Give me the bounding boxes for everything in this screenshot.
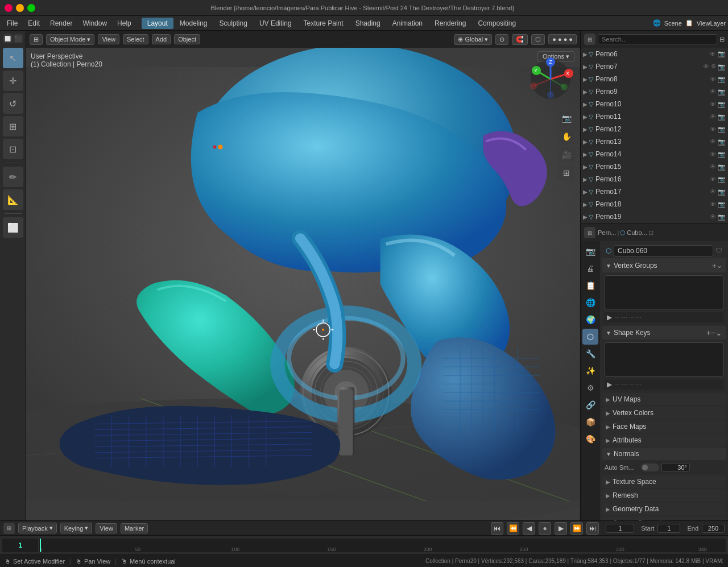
outliner-item-perno6[interactable]: ▶ ▽ Perno6 👁 📷 [581,48,728,60]
tool-transform[interactable]: ⊡ [3,139,23,159]
tab-texture-paint[interactable]: Texture Paint [298,18,349,29]
render-icon-8[interactable]: 📷 [718,76,726,83]
prop-scene-icon[interactable]: 🌐 [582,295,598,311]
vertex-groups-add[interactable]: + [712,261,717,270]
uv-maps-section[interactable]: ▶ UV Maps [602,393,726,405]
shading-dots[interactable]: ● ● ● ● [548,34,577,44]
add-menu[interactable]: Add [152,34,171,44]
visibility-icon-16[interactable]: 👁 [710,176,716,183]
prop-physics-icon[interactable]: ⚙ [582,380,598,396]
play-icon[interactable]: ▶ [607,313,612,321]
render-icon-16[interactable]: 📷 [718,176,726,183]
render-icon-15[interactable]: 📷 [718,163,726,171]
tool-measure[interactable]: 📐 [3,189,23,210]
tool-annotate[interactable]: ✏ [3,167,23,187]
timeline-ruler[interactable]: 1 50 100 150 200 250 300 340 [39,539,726,552]
prev-keyframe-btn[interactable]: ⏪ [507,522,519,535]
render-icon-10[interactable]: 📷 [718,101,726,108]
tab-animation[interactable]: Animation [387,18,428,29]
select-menu[interactable]: Select [123,34,148,44]
render-icon[interactable]: 📷 [718,50,726,58]
grid-btn[interactable]: ⊞ [559,165,574,181]
visibility-icon-10[interactable]: 👁 [710,101,716,108]
render-icon-18[interactable]: 📷 [718,201,726,208]
shape-keys-chevron[interactable]: ⌄ [715,328,722,337]
video-btn[interactable]: 🎥 [559,147,574,163]
tool-scale[interactable]: ⊞ [3,116,23,136]
hand-btn[interactable]: ✋ [559,129,574,144]
playback-menu[interactable]: Playback ▾ [18,523,57,533]
render-icon-19[interactable]: 📷 [718,213,726,221]
prop-material-icon[interactable]: 🎨 [582,431,598,447]
custom-properties-section[interactable]: ▶ Custom Properties [602,516,726,520]
menu-edit[interactable]: Edit [23,18,44,28]
outliner-item-perno10[interactable]: ▶ ▽ Perno10 👁 📷 [581,98,728,110]
marker-menu[interactable]: Marker [121,523,148,533]
visibility-icon[interactable]: 👁 [709,50,716,58]
tool-move[interactable]: ✛ [3,71,23,91]
keying-menu[interactable]: Keying ▾ [60,523,93,533]
tab-shading[interactable]: Shading [350,18,386,29]
object-menu[interactable]: Object [174,34,200,44]
play-btn[interactable]: ● [539,522,551,535]
jump-end-btn[interactable]: ⏭ [586,522,599,535]
timeline-type-btn[interactable]: ⊞ [3,523,15,534]
tab-rendering[interactable]: Rendering [429,18,471,29]
next-keyframe-btn[interactable]: ⏩ [570,522,583,535]
mode-selector[interactable]: Object Mode ▾ [46,34,94,45]
view-menu[interactable]: View [98,34,119,44]
snap-btn[interactable]: 🧲 [512,34,528,45]
menu-help[interactable]: Help [113,18,136,28]
outliner-item-perno14[interactable]: ▶ ▽ Perno14 👁 📷 [581,148,728,160]
prop-type-btn[interactable]: ⊞ [584,227,595,238]
outliner-item-perno9[interactable]: ▶ ▽ Perno9 👁 📷 [581,85,728,98]
outliner-item-perno18[interactable]: ▶ ▽ Perno18 👁 📷 [581,198,728,210]
prop-object-data-icon[interactable]: ⬡ [582,329,598,345]
prev-frame-btn[interactable]: ◀ [523,522,535,535]
camera-btn[interactable]: 📷 [559,110,574,126]
visibility-icon-15[interactable]: 👁 [710,163,716,171]
current-frame-input[interactable] [606,524,634,533]
timeline-view-menu[interactable]: View [96,523,117,533]
menu-file[interactable]: File [2,18,22,28]
outliner-item-perno11[interactable]: ▶ ▽ Perno11 👁 📷 [581,110,728,123]
remesh-section[interactable]: ▶ Remesh [602,489,726,502]
geometry-data-section[interactable]: ▶ Geometry Data [602,503,726,515]
render-icon-7[interactable]: 📷 [718,63,726,71]
prop-world-icon[interactable]: 🌍 [582,312,598,328]
render-icon-13[interactable]: 📷 [718,138,726,146]
prop-output-icon[interactable]: 🖨 [582,260,598,276]
shape-keys-remove[interactable]: − [711,328,715,337]
shape-keys-add[interactable]: + [706,328,711,337]
visibility-icon-18[interactable]: 👁 [710,201,716,208]
shape-keys-header[interactable]: ▼ Shape Keys + − ⌄ [602,326,726,340]
camera-icon-7[interactable]: ⚙ [711,63,716,71]
viewport-3d[interactable]: ⊞ Object Mode ▾ View Select Add Object ⊕… [26,31,580,520]
close-button[interactable] [5,4,13,12]
face-maps-section[interactable]: ▶ Face Maps [602,420,726,433]
texture-space-section[interactable]: ▶ Texture Space [602,475,726,488]
visibility-icon-9[interactable]: 👁 [710,88,716,96]
outliner-item-perno17[interactable]: ▶ ▽ Perno17 👁 📷 [581,185,728,198]
render-icon-9[interactable]: 📷 [718,88,726,96]
visibility-icon-12[interactable]: 👁 [710,126,716,133]
next-frame-btn[interactable]: ▶ [555,522,567,535]
render-icon-14[interactable]: 📷 [718,151,726,158]
outliner-item-perno13[interactable]: ▶ ▽ Perno13 👁 📷 [581,135,728,148]
tab-compositing[interactable]: Compositing [472,18,522,29]
sk-more-options[interactable]: ⋯ ⋯ ⋯ ⋯ [614,382,642,388]
minimize-button[interactable] [16,4,24,12]
menu-window[interactable]: Window [78,18,111,28]
auto-smooth-angle[interactable] [661,463,690,472]
prop-modifier-icon[interactable]: 🔧 [582,346,598,362]
visibility-icon-8[interactable]: 👁 [710,76,716,83]
render-icon-17[interactable]: 📷 [718,188,726,196]
prop-view-layer-icon[interactable]: 📋 [582,278,598,293]
outliner-item-perno15[interactable]: ▶ ▽ Perno15 👁 📷 [581,160,728,173]
render-icon-11[interactable]: 📷 [718,113,726,121]
outliner-item-perno16[interactable]: ▶ ▽ Perno16 👁 📷 [581,173,728,185]
tab-uv-editing[interactable]: UV Editing [254,18,297,29]
render-icon-12[interactable]: 📷 [718,126,726,133]
tool-rotate[interactable]: ↺ [3,93,23,114]
toolbar-icon-2[interactable]: ⬛ [14,34,23,43]
